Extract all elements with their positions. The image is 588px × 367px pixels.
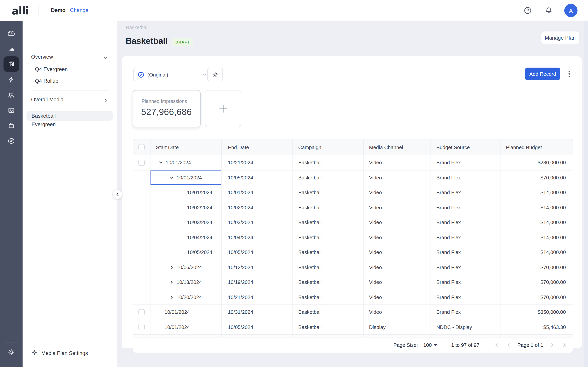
more-options-kebab-icon[interactable] — [567, 69, 571, 78]
cell-end-date[interactable]: 10/02/2024 — [222, 200, 293, 215]
notifications-bell-icon[interactable] — [545, 6, 553, 15]
cell-budget-source[interactable]: Brand Flex — [431, 185, 501, 200]
cell-end-date[interactable]: 10/19/2024 — [222, 275, 293, 290]
bar-chart-icon[interactable] — [3, 41, 19, 56]
cell-planned-budget[interactable]: $280,000.00 — [501, 155, 573, 170]
cell-campaign[interactable]: Basketball — [293, 290, 363, 304]
cell-media-channel[interactable]: Video — [363, 290, 431, 304]
cell-end-date[interactable]: 10/01/2024 — [222, 185, 293, 200]
page-size-select[interactable]: 100 — [423, 342, 437, 348]
chevron-down-icon[interactable] — [103, 55, 108, 60]
cell-campaign[interactable]: Basketball — [293, 155, 363, 170]
row-checkbox[interactable] — [138, 160, 145, 166]
chevron-down-icon[interactable] — [169, 175, 174, 180]
compass-icon[interactable] — [3, 133, 19, 149]
user-avatar[interactable]: A — [564, 4, 578, 17]
cell-end-date[interactable]: 10/03/2024 — [222, 215, 293, 230]
chevron-right-icon[interactable] — [103, 98, 108, 102]
chevron-right-icon[interactable] — [169, 295, 174, 300]
version-select[interactable]: (Original) — [133, 68, 211, 81]
cell-campaign[interactable]: Basketball — [293, 320, 363, 334]
media-plans-icon[interactable] — [3, 56, 19, 72]
sidebar-item-evergreen[interactable]: Evergreen — [32, 122, 56, 127]
chevron-right-icon[interactable] — [169, 265, 174, 270]
cell-end-date[interactable]: 10/12/2024 — [222, 260, 293, 275]
cell-campaign[interactable]: Basketball — [293, 230, 363, 245]
cell-planned-budget[interactable]: $70,000.00 — [501, 260, 573, 275]
cell-start-date[interactable]: 10/20/2024 — [150, 290, 222, 304]
planned-impressions-card[interactable]: Planned Impressions 527,966,686 — [133, 90, 201, 127]
cell-budget-source[interactable]: Brand Flex — [431, 170, 501, 185]
cell-budget-source[interactable]: Brand Flex — [431, 155, 501, 170]
cell-planned-budget[interactable]: $70,000.00 — [501, 170, 573, 185]
table-settings-gear-button[interactable] — [207, 68, 223, 81]
cell-end-date[interactable]: 10/21/2024 — [222, 290, 293, 304]
cell-budget-source[interactable]: Brand Flex — [431, 260, 501, 275]
cell-start-date[interactable]: 10/01/2024 — [150, 320, 222, 334]
cell-campaign[interactable]: Basketball — [293, 170, 363, 185]
cell-media-channel[interactable]: Display — [363, 320, 431, 334]
cell-campaign[interactable]: Basketball — [293, 215, 363, 230]
cell-media-channel[interactable]: Video — [363, 245, 431, 260]
cell-planned-budget[interactable]: $70,000.00 — [501, 290, 573, 304]
cell-budget-source[interactable]: NDDC - Display — [431, 320, 501, 334]
cell-media-channel[interactable]: Video — [363, 230, 431, 245]
help-icon[interactable] — [523, 6, 532, 15]
cell-campaign[interactable]: Basketball — [293, 185, 363, 200]
cell-media-channel[interactable]: Video — [363, 170, 431, 185]
cell-start-date[interactable]: 10/06/2024 — [150, 260, 222, 275]
cell-media-channel[interactable]: Video — [363, 200, 431, 215]
cell-campaign[interactable]: Basketball — [293, 275, 363, 290]
cell-start-date[interactable]: 10/01/2024 — [150, 305, 222, 319]
sidebar-item-q4-evergreen[interactable]: Q4 Evergreen — [35, 67, 68, 72]
next-page-icon[interactable] — [550, 342, 555, 348]
cell-planned-budget[interactable]: $14,000.00 — [501, 245, 573, 260]
cell-media-channel[interactable]: Video — [363, 275, 431, 290]
cell-end-date[interactable]: 10/31/2024 — [222, 305, 293, 319]
select-all-header-cell[interactable] — [133, 139, 150, 155]
cell-start-date[interactable]: 10/01/2024 — [150, 155, 222, 170]
cell-planned-budget[interactable]: $5,463.30 — [501, 320, 573, 334]
cell-budget-source[interactable]: Brand Flex — [431, 275, 501, 290]
cell-media-channel[interactable]: Video — [363, 305, 431, 319]
row-checkbox[interactable] — [138, 309, 145, 315]
column-header-start-date[interactable]: Start Date — [150, 139, 222, 155]
cell-budget-source[interactable]: Brand Flex — [431, 200, 501, 215]
column-header-planned-budget[interactable]: Planned Budget — [501, 139, 573, 155]
change-workspace-link[interactable]: Change — [70, 7, 88, 13]
cell-start-date[interactable]: 10/01/2024 — [150, 185, 222, 200]
cell-campaign[interactable]: Basketball — [293, 260, 363, 275]
cell-campaign[interactable]: Basketball — [293, 200, 363, 215]
column-header-media-channel[interactable]: Media Channel — [363, 139, 431, 155]
cell-end-date[interactable]: 10/05/2024 — [222, 245, 293, 260]
cell-end-date[interactable]: 10/04/2024 — [222, 230, 293, 245]
add-metric-card-button[interactable] — [205, 90, 241, 127]
rail-settings-gear-icon[interactable] — [3, 344, 19, 360]
last-page-icon[interactable] — [562, 342, 567, 348]
first-page-icon[interactable] — [493, 342, 499, 348]
cell-media-channel[interactable]: Video — [363, 260, 431, 275]
chevron-right-icon[interactable] — [169, 280, 174, 285]
cell-planned-budget[interactable]: $70,000.00 — [501, 275, 573, 290]
cell-budget-source[interactable]: Brand Flex — [431, 215, 501, 230]
cell-media-channel[interactable]: Video — [363, 215, 431, 230]
sidebar-item-overall-media[interactable]: Overall Media — [31, 97, 64, 102]
cell-end-date[interactable]: 10/05/2024 — [222, 320, 293, 334]
cell-campaign[interactable]: Basketball — [293, 305, 363, 319]
cell-planned-budget[interactable]: $14,000.00 — [501, 215, 573, 230]
cell-media-channel[interactable]: Video — [363, 155, 431, 170]
sidebar-item-overview[interactable]: Overview — [31, 54, 53, 60]
row-checkbox[interactable] — [138, 324, 145, 330]
cell-budget-source[interactable]: Brand Flex — [431, 230, 501, 245]
cell-media-channel[interactable]: Video — [363, 185, 431, 200]
cell-start-date[interactable]: 10/02/2024 — [150, 200, 222, 215]
users-icon[interactable] — [3, 87, 19, 103]
cell-budget-source[interactable]: Brand Flex — [431, 305, 501, 319]
previous-page-icon[interactable] — [506, 342, 511, 348]
dashboard-icon[interactable] — [3, 26, 19, 41]
cell-budget-source[interactable]: Brand Flex — [431, 290, 501, 304]
cell-planned-budget[interactable]: $350,000.00 — [501, 305, 573, 319]
chevron-down-icon[interactable] — [158, 160, 163, 165]
cell-planned-budget[interactable]: $14,000.00 — [501, 200, 573, 215]
column-header-campaign[interactable]: Campaign — [293, 139, 363, 155]
